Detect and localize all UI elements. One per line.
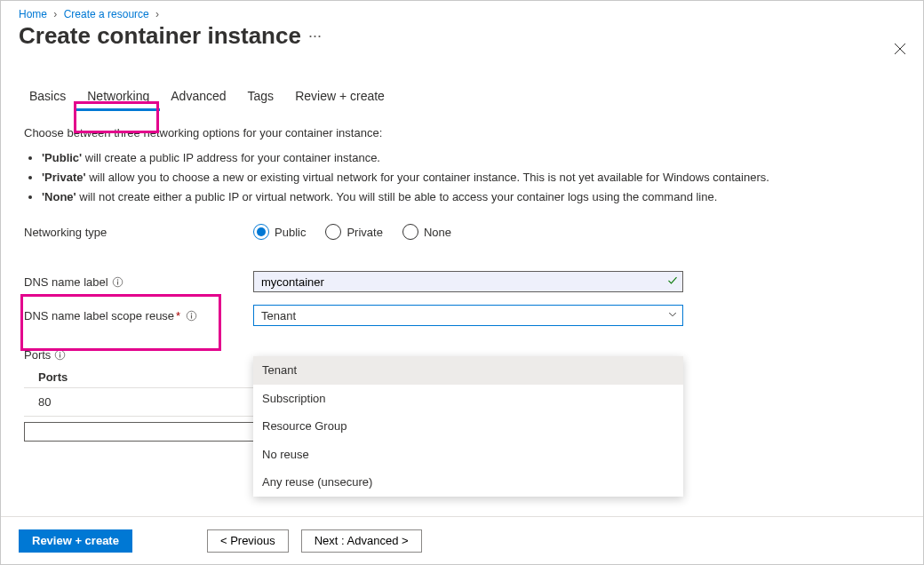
- info-icon[interactable]: [186, 310, 197, 322]
- close-icon: [893, 42, 907, 56]
- chevron-down-icon: [667, 309, 678, 322]
- check-icon: [667, 275, 678, 289]
- dropdown-option-tenant[interactable]: Tenant: [253, 356, 683, 385]
- dns-scope-select[interactable]: Tenant: [253, 305, 683, 326]
- radio-public[interactable]: Public: [253, 224, 306, 240]
- intro-bullets: 'Public' will create a public IP address…: [42, 149, 824, 206]
- dropdown-option-no-reuse[interactable]: No reuse: [253, 441, 683, 469]
- breadcrumb-separator: ›: [155, 8, 159, 20]
- breadcrumb-create-resource[interactable]: Create a resource: [64, 8, 149, 20]
- svg-point-3: [116, 279, 117, 280]
- svg-rect-4: [117, 281, 118, 284]
- bullet-private: 'Private' will allow you to choose a new…: [42, 169, 824, 187]
- tab-review[interactable]: Review + create: [284, 84, 395, 111]
- tab-networking[interactable]: Networking: [76, 84, 160, 111]
- next-button[interactable]: Next : Advanced >: [301, 529, 422, 553]
- label-dns-name: DNS name label: [24, 275, 253, 289]
- radio-private[interactable]: Private: [325, 224, 382, 240]
- tab-basics[interactable]: Basics: [19, 84, 76, 111]
- more-actions-icon[interactable]: ···: [308, 27, 322, 45]
- dropdown-option-resource-group[interactable]: Resource Group: [253, 412, 683, 441]
- intro-text: Choose between three networking options …: [24, 125, 824, 142]
- dns-scope-dropdown: Tenant Subscription Resource Group No re…: [253, 356, 683, 497]
- tab-bar: Basics Networking Advanced Tags Review +…: [1, 50, 923, 111]
- svg-point-6: [191, 313, 192, 314]
- svg-rect-10: [60, 354, 60, 358]
- review-create-button[interactable]: Review + create: [19, 529, 132, 553]
- close-button[interactable]: [893, 42, 907, 59]
- dropdown-option-any-reuse[interactable]: Any reuse (unsecure): [253, 468, 683, 497]
- bullet-public: 'Public' will create a public IP address…: [42, 149, 824, 167]
- label-networking-type: Networking type: [24, 226, 253, 239]
- footer-bar: Review + create < Previous Next : Advanc…: [1, 516, 923, 564]
- svg-rect-7: [191, 314, 192, 318]
- breadcrumb-home[interactable]: Home: [19, 8, 47, 20]
- tab-tags[interactable]: Tags: [237, 84, 285, 111]
- radio-none[interactable]: None: [402, 224, 451, 240]
- networking-type-radio-group: Public Private None: [253, 224, 683, 240]
- page-title: Create container instance: [19, 22, 308, 50]
- bullet-none: 'None' will not create either a public I…: [42, 188, 824, 206]
- info-icon[interactable]: [54, 349, 66, 361]
- breadcrumb: Home › Create a resource ›: [1, 1, 923, 20]
- tab-advanced[interactable]: Advanced: [160, 84, 236, 111]
- label-dns-scope: DNS name label scope reuse *: [24, 309, 253, 322]
- dropdown-option-subscription[interactable]: Subscription: [253, 385, 683, 413]
- dns-name-input[interactable]: [253, 271, 683, 292]
- info-icon[interactable]: [112, 276, 123, 288]
- previous-button[interactable]: < Previous: [207, 529, 289, 553]
- svg-point-9: [60, 353, 60, 354]
- breadcrumb-separator: ›: [53, 8, 57, 20]
